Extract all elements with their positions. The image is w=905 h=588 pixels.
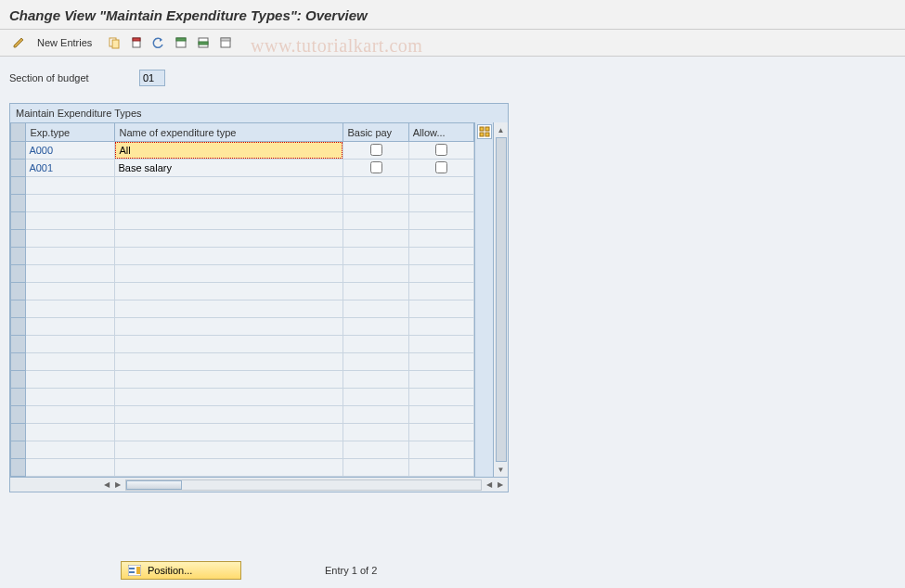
cell-exptype[interactable]: A001 [26, 160, 115, 177]
row-selector[interactable] [11, 300, 26, 318]
row-selector[interactable] [11, 160, 26, 177]
cell-empty[interactable] [115, 318, 343, 336]
cell-empty[interactable] [408, 283, 473, 300]
column-header-basicpay[interactable]: Basic pay [343, 123, 408, 142]
cell-allow[interactable] [408, 142, 473, 160]
cell-empty[interactable] [408, 389, 473, 406]
cell-empty[interactable] [408, 230, 473, 248]
scroll-right-icon[interactable]: ▶ [495, 479, 506, 491]
toggle-display-change-icon[interactable] [9, 33, 28, 52]
cell-empty[interactable] [115, 230, 343, 248]
cell-empty[interactable] [115, 300, 343, 318]
row-selector[interactable] [11, 424, 26, 441]
cell-empty[interactable] [343, 371, 408, 389]
basicpay-checkbox[interactable] [370, 161, 382, 173]
table-settings-button[interactable] [477, 124, 492, 139]
cell-empty[interactable] [115, 283, 343, 300]
cell-empty[interactable] [115, 353, 343, 371]
hscroll-track[interactable] [125, 479, 482, 491]
cell-empty[interactable] [343, 300, 408, 318]
scroll-left-end-icon[interactable]: ◀ [484, 479, 495, 491]
cell-exptype[interactable]: A000 [26, 142, 115, 160]
row-selector-header[interactable] [11, 123, 26, 142]
delete-icon[interactable] [127, 33, 146, 52]
cell-empty[interactable] [26, 195, 115, 212]
name-input[interactable] [115, 142, 343, 159]
cell-empty[interactable] [343, 265, 408, 283]
hscroll-thumb[interactable] [126, 480, 182, 490]
cell-empty[interactable] [26, 459, 115, 477]
cell-empty[interactable] [343, 248, 408, 265]
position-button[interactable]: Position... [121, 561, 241, 580]
cell-name[interactable] [115, 160, 343, 177]
cell-empty[interactable] [26, 389, 115, 406]
cell-empty[interactable] [408, 459, 473, 477]
cell-empty[interactable] [408, 300, 473, 318]
row-selector[interactable] [11, 371, 26, 389]
row-selector[interactable] [11, 212, 26, 230]
cell-empty[interactable] [408, 371, 473, 389]
cell-empty[interactable] [26, 353, 115, 371]
cell-empty[interactable] [343, 353, 408, 371]
row-selector[interactable] [11, 248, 26, 265]
row-selector[interactable] [11, 195, 26, 212]
cell-empty[interactable] [115, 336, 343, 353]
cell-empty[interactable] [115, 177, 343, 195]
row-selector[interactable] [11, 406, 26, 424]
basicpay-checkbox[interactable] [370, 144, 382, 156]
cell-empty[interactable] [26, 283, 115, 300]
row-selector[interactable] [11, 441, 26, 459]
row-selector[interactable] [11, 283, 26, 300]
cell-empty[interactable] [343, 424, 408, 441]
cell-empty[interactable] [408, 406, 473, 424]
row-selector[interactable] [11, 336, 26, 353]
cell-allow[interactable] [408, 160, 473, 177]
cell-empty[interactable] [115, 441, 343, 459]
cell-empty[interactable] [26, 177, 115, 195]
cell-empty[interactable] [343, 406, 408, 424]
row-selector[interactable] [11, 265, 26, 283]
cell-empty[interactable] [26, 424, 115, 441]
cell-empty[interactable] [115, 265, 343, 283]
name-input[interactable] [115, 160, 343, 176]
cell-empty[interactable] [26, 212, 115, 230]
allow-checkbox[interactable] [435, 144, 447, 156]
cell-empty[interactable] [343, 441, 408, 459]
row-selector[interactable] [11, 318, 26, 336]
row-selector[interactable] [11, 177, 26, 195]
cell-empty[interactable] [26, 300, 115, 318]
cell-empty[interactable] [343, 195, 408, 212]
cell-empty[interactable] [408, 353, 473, 371]
cell-empty[interactable] [115, 371, 343, 389]
cell-empty[interactable] [343, 283, 408, 300]
scroll-up-icon[interactable]: ▲ [496, 124, 507, 135]
row-selector[interactable] [11, 389, 26, 406]
cell-empty[interactable] [115, 424, 343, 441]
cell-empty[interactable] [343, 459, 408, 477]
copy-as-icon[interactable] [105, 33, 123, 52]
cell-empty[interactable] [115, 459, 343, 477]
cell-empty[interactable] [26, 336, 115, 353]
cell-empty[interactable] [408, 424, 473, 441]
cell-name[interactable] [115, 142, 343, 160]
cell-basicpay[interactable] [343, 160, 408, 177]
cell-empty[interactable] [115, 248, 343, 265]
scroll-thumb[interactable] [496, 137, 507, 462]
row-selector[interactable] [11, 230, 26, 248]
cell-empty[interactable] [408, 265, 473, 283]
row-selector[interactable] [11, 142, 26, 160]
cell-empty[interactable] [115, 389, 343, 406]
vertical-scrollbar[interactable]: ▲ ▼ [493, 122, 508, 477]
cell-empty[interactable] [115, 212, 343, 230]
cell-empty[interactable] [26, 318, 115, 336]
cell-empty[interactable] [343, 318, 408, 336]
scroll-right-inner-icon[interactable]: ▶ [112, 479, 123, 491]
cell-empty[interactable] [408, 441, 473, 459]
cell-empty[interactable] [26, 265, 115, 283]
cell-empty[interactable] [26, 406, 115, 424]
section-of-budget-input[interactable] [139, 70, 165, 86]
cell-empty[interactable] [115, 195, 343, 212]
scroll-down-icon[interactable]: ▼ [496, 464, 507, 475]
select-block-icon[interactable] [194, 33, 213, 52]
cell-empty[interactable] [26, 248, 115, 265]
